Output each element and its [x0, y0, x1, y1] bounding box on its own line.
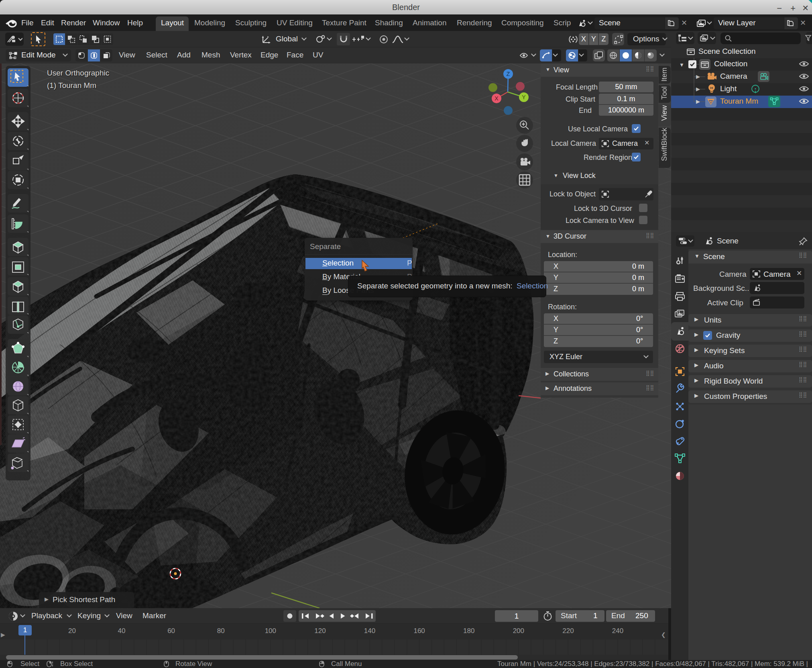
svg-text:X: X: [495, 95, 499, 102]
svg-text:60: 60: [167, 627, 175, 635]
svg-text:140: 140: [364, 627, 375, 635]
svg-text:Y: Y: [522, 94, 526, 100]
svg-text:Z: Z: [507, 71, 510, 77]
svg-text:80: 80: [217, 627, 225, 635]
svg-text:220: 220: [562, 627, 574, 635]
svg-text:240: 240: [612, 627, 623, 635]
svg-text:20: 20: [68, 627, 76, 635]
svg-text:40: 40: [118, 627, 126, 635]
svg-text:180: 180: [463, 627, 474, 635]
svg-text:200: 200: [513, 627, 524, 635]
svg-text:120: 120: [314, 627, 326, 635]
svg-text:160: 160: [413, 627, 425, 635]
svg-text:100: 100: [265, 627, 276, 635]
